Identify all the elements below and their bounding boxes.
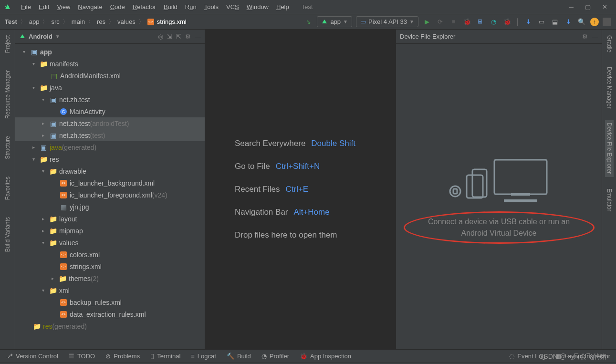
menu-tools[interactable]: Tools [200, 1, 222, 12]
tree-pkg-androidtest[interactable]: ▸▣net.zh.test (androidTest) [15, 117, 205, 129]
sidebar-device-file-explorer[interactable]: Device File Explorer [605, 120, 614, 177]
tree-colors[interactable]: <>colors.xml [15, 249, 205, 260]
bc-src[interactable]: src [51, 18, 59, 25]
minimize-icon[interactable]: ─ [569, 3, 574, 10]
tree-java-gen[interactable]: ▸▣java (generated) [15, 141, 205, 153]
tree-main-activity[interactable]: CMainActivity [15, 105, 205, 117]
tree-backup[interactable]: <>backup_rules.xml [15, 296, 205, 308]
menu-build[interactable]: Build [160, 1, 181, 12]
tree-manifest-file[interactable]: ▤AndroidManifest.xml [15, 70, 205, 82]
attach-debugger-icon[interactable]: 🐞 [502, 17, 512, 27]
menu-file[interactable]: File [17, 1, 35, 12]
project-tree: ▾▣app ▾📁manifests ▤AndroidManifest.xml ▾… [15, 44, 205, 349]
target-icon[interactable]: ◎ [158, 33, 163, 40]
android-icon [19, 33, 26, 40]
gear-icon[interactable]: ⚙ [582, 33, 588, 40]
module-selector[interactable]: app ▼ [317, 16, 352, 27]
device-icon[interactable]: ⬇ [564, 17, 573, 27]
tree-data-ext[interactable]: <>data_extraction_rules.xml [15, 308, 205, 320]
tree-themes[interactable]: ▸📁themes (2) [15, 272, 205, 284]
tree-ic-fg[interactable]: <>ic_launcher_foreground.xml (v24) [15, 189, 205, 201]
settings-icon[interactable]: ⚙ [185, 33, 191, 40]
tree-ic-bg[interactable]: <>ic_launcher_background.xml [15, 177, 205, 189]
sidebar-structure[interactable]: Structure [3, 133, 12, 162]
menu-code[interactable]: Code [106, 1, 129, 12]
collapse-icon[interactable]: ⇱ [176, 33, 181, 40]
run-icon[interactable]: ▶ [422, 17, 432, 27]
tree-layout[interactable]: ▸📁layout [15, 213, 205, 225]
bc-file[interactable]: strings.xml [157, 18, 187, 25]
sidebar-emulator[interactable]: Emulator [605, 186, 614, 214]
bottom-vc[interactable]: ⎇Version Control [6, 353, 58, 360]
bc-app[interactable]: app [29, 18, 40, 25]
tree-drawable[interactable]: ▾📁drawable [15, 165, 205, 177]
hide-icon[interactable]: — [592, 33, 598, 40]
close-icon[interactable]: ✕ [602, 3, 607, 10]
bc-res[interactable]: res [97, 18, 105, 25]
user-icon[interactable] [603, 18, 611, 26]
menu-view[interactable]: View [53, 1, 74, 12]
device-explorer-header: Device File Explorer ⚙ — [396, 30, 602, 44]
sync-status-icon[interactable]: ↑ [590, 18, 599, 26]
debug-icon[interactable]: 🐞 [462, 17, 472, 27]
left-tool-strip: Project Resource Manager Structure Favor… [0, 30, 15, 349]
bc-values[interactable]: values [117, 18, 136, 25]
tree-mipmap[interactable]: ▸📁mipmap [15, 225, 205, 237]
apply-code-icon[interactable]: ≡ [449, 17, 459, 27]
tree-java[interactable]: ▾📁java [15, 82, 205, 94]
sidebar-favorites[interactable]: Favorites [3, 174, 12, 203]
window-project-name: Test [302, 3, 313, 10]
bottom-profiler[interactable]: ◔Profiler [261, 353, 289, 360]
tree-app[interactable]: ▾▣app [15, 46, 205, 58]
sidebar-build-variants[interactable]: Build Variants [3, 214, 12, 255]
device-explorer-title: Device File Explorer [400, 33, 455, 40]
sidebar-project[interactable]: Project [3, 32, 12, 56]
sdk-icon[interactable]: ⬓ [550, 17, 560, 27]
coverage-icon[interactable]: ⛨ [476, 17, 485, 27]
apply-changes-icon[interactable]: ⟳ [436, 17, 445, 27]
bottom-terminal[interactable]: ⌷Terminal [150, 353, 180, 360]
tree-res-gen[interactable]: 📁res (generated) [15, 320, 205, 332]
device-file-explorer-panel: Device File Explorer ⚙ — Connect a devic… [396, 30, 602, 349]
bottom-todo[interactable]: ☰TODO [69, 353, 95, 360]
maximize-icon[interactable]: ▢ [585, 3, 591, 10]
view-mode-arrow[interactable]: ▼ [55, 34, 60, 39]
menu-run[interactable]: Run [181, 1, 200, 12]
expand-icon[interactable]: ⇲ [167, 33, 172, 40]
search-icon[interactable]: 🔍 [577, 17, 586, 27]
svg-rect-1 [453, 189, 457, 194]
tree-manifests[interactable]: ▾📁manifests [15, 58, 205, 70]
bottom-app-inspection[interactable]: 🐞App Inspection [300, 353, 351, 360]
bc-main[interactable]: main [72, 18, 85, 25]
bottom-build[interactable]: 🔨Build [227, 353, 251, 360]
sidebar-device-manager[interactable]: Device Manager [605, 64, 614, 111]
avd-icon[interactable]: ▭ [537, 17, 546, 27]
bottom-problems[interactable]: ⊘Problems [105, 353, 140, 360]
profile-icon[interactable]: ◔ [489, 17, 499, 27]
tree-pkg-main[interactable]: ▾▣net.zh.test [15, 94, 205, 105]
watermark: CSDN @一只会飞的猪 [539, 353, 606, 361]
sidebar-gradle[interactable]: Gradle [605, 32, 614, 55]
menu-window[interactable]: Window [243, 1, 272, 12]
tree-values[interactable]: ▾📁values [15, 237, 205, 249]
menu-refactor[interactable]: Refactor [129, 1, 160, 12]
menu-help[interactable]: Help [272, 1, 293, 12]
toolbar: Test〉 app〉 src〉 main〉 res〉 values〉 <> st… [0, 14, 616, 30]
menu-navigate[interactable]: Navigate [74, 1, 106, 12]
tree-pkg-test[interactable]: ▸▣net.zh.test (test) [15, 129, 205, 141]
tree-yjn[interactable]: ▦yjn.jpg [15, 201, 205, 213]
menu-vcs[interactable]: VCS [222, 1, 243, 12]
hide-icon[interactable]: — [195, 33, 201, 40]
sidebar-resource-manager[interactable]: Resource Manager [3, 67, 12, 122]
git-pull-icon[interactable]: ⬇ [523, 17, 533, 27]
menu-edit[interactable]: Edit [35, 1, 53, 12]
project-panel: Android ▼ ◎ ⇲ ⇱ ⚙ — ▾▣app ▾📁manifests ▤A… [15, 30, 205, 349]
tree-strings[interactable]: <>strings.xml [15, 260, 205, 272]
bottom-logcat[interactable]: ≡Logcat [191, 353, 216, 360]
breadcrumb[interactable]: Test〉 app〉 src〉 main〉 res〉 values〉 <> st… [5, 18, 187, 26]
bc-root[interactable]: Test [5, 18, 17, 25]
sync-icon[interactable]: ↘ [303, 17, 313, 27]
device-selector[interactable]: ▭ Pixel 4 API 33 ▼ [356, 16, 418, 27]
tree-res[interactable]: ▾📁res [15, 153, 205, 165]
tree-xml[interactable]: ▾📁xml [15, 284, 205, 296]
